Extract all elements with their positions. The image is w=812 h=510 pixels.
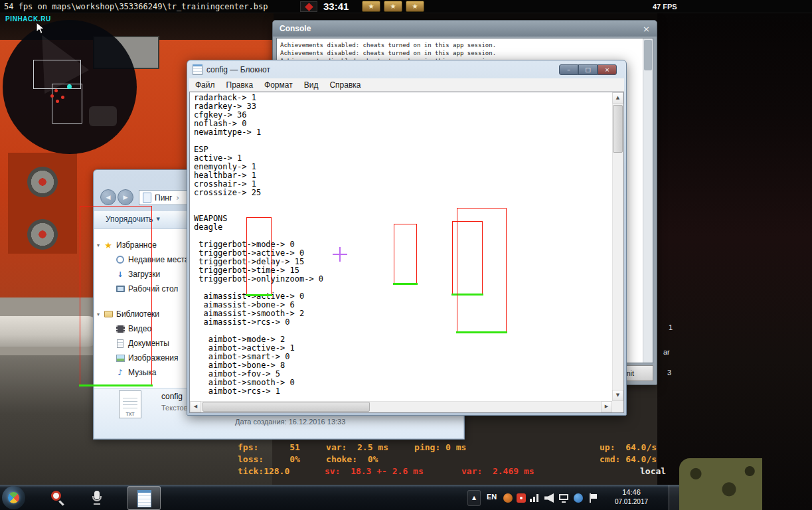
sidebar-item-label: Музыка	[128, 368, 156, 377]
file-created-date: Дата создания: 16.12.2016 13:33	[235, 418, 345, 426]
vertical-scrollbar[interactable]: ▲ ▼	[612, 92, 623, 401]
window-controls: – □ ×	[559, 64, 617, 75]
sidebar-item-label: Библиотеки	[116, 309, 159, 319]
console-scrollbar-thumb[interactable]	[644, 40, 652, 70]
favorites-star-icon: ★	[104, 240, 113, 250]
tray-volume-icon[interactable]	[544, 493, 554, 503]
sidebar-item-libraries[interactable]: ▾ Библиотеки	[94, 307, 189, 321]
sidebar-item-label: Документы	[128, 339, 169, 348]
tray-steam-icon[interactable]	[503, 493, 513, 503]
game-text-fragment: 1	[669, 323, 673, 331]
console-scrollbar[interactable]	[643, 39, 653, 363]
music-icon: ♪	[116, 368, 125, 377]
show-hidden-icons-button[interactable]: ▲	[467, 490, 481, 506]
sidebar-item-recent-places[interactable]: Недавние места	[94, 253, 189, 266]
notepad-menu-bar: Файл Правка Формат Вид Справка	[189, 78, 624, 92]
notepad-window: config — Блокнот – □ × Файл Правка Форма…	[187, 60, 627, 416]
menu-help[interactable]: Справка	[329, 80, 361, 90]
taskbar-clock[interactable]: 14:46 07.01.2017	[606, 488, 657, 505]
clock-date: 07.01.2017	[606, 498, 657, 505]
organize-button[interactable]: Упорядочить ▼	[106, 214, 160, 224]
libraries-icon	[104, 309, 113, 319]
recorder-icon-shape	[305, 3, 313, 11]
close-icon[interactable]: ×	[643, 24, 650, 34]
radar-player-dot	[67, 84, 72, 89]
horizontal-scrollbar[interactable]: ◀ ▶	[190, 401, 612, 412]
sidebar-item-label: Рабочий стол	[128, 284, 178, 294]
sidebar-item-documents[interactable]: Документы	[94, 337, 189, 350]
tray-blue-app-icon[interactable]	[574, 493, 583, 503]
scroll-up-icon[interactable]: ▲	[612, 92, 623, 104]
radar-enemy-dot	[56, 100, 59, 103]
documents-icon	[116, 339, 125, 348]
sidebar-item-videos[interactable]: Видео	[94, 322, 189, 335]
selected-file-name: config	[161, 392, 183, 401]
notepad-text-content: radarhack-> 1 radarkey-> 33 cfgkey-> 36 …	[190, 92, 612, 396]
menu-view[interactable]: Вид	[304, 80, 319, 90]
tray-signal-bars-icon[interactable]	[530, 493, 539, 503]
radar-terrain-blob	[89, 106, 117, 126]
sidebar-item-pictures[interactable]: Изображения	[94, 351, 189, 365]
sidebar-item-desktop[interactable]: Рабочий стол	[94, 282, 189, 296]
console-title-bar[interactable]: Console ×	[273, 21, 657, 37]
taskbar-search-app[interactable]	[49, 489, 68, 507]
menu-format[interactable]: Формат	[264, 80, 293, 90]
tray-red-app-icon[interactable]	[517, 493, 526, 503]
sidebar-item-favorites[interactable]: ▾ ★ Избранное	[94, 238, 189, 252]
game-top-bar: 54 fps on maps\workshop\353366249\tr_tra…	[0, 0, 812, 13]
taskbar: ▲ EN 14:46 07.01.2017	[0, 485, 679, 510]
start-button[interactable]	[2, 486, 25, 509]
sidebar-item-downloads[interactable]: ↓ Загрузки	[94, 268, 189, 281]
shooting-target	[27, 167, 58, 197]
microphone-base-icon	[94, 503, 100, 505]
back-button[interactable]: ◀	[100, 189, 116, 205]
horizontal-scrollbar-thumb[interactable]	[203, 402, 370, 412]
windows-logo-icon	[5, 489, 21, 505]
show-desktop-button[interactable]	[669, 485, 679, 510]
vertical-scrollbar-thumb[interactable]	[613, 105, 623, 153]
menu-edit[interactable]: Правка	[226, 80, 254, 90]
tray-network-icon[interactable]	[559, 493, 568, 503]
notepad-app-icon	[193, 64, 203, 75]
recorder-icon	[300, 1, 317, 12]
forward-button[interactable]: ▶	[118, 189, 133, 205]
tray-flag-icon[interactable]	[588, 493, 598, 503]
taskbar-notepad-button[interactable]	[127, 486, 161, 510]
rank-badge-icon: ★	[384, 1, 402, 12]
notepad-text-area[interactable]: radarhack-> 1 radarkey-> 33 cfgkey-> 36 …	[190, 92, 612, 401]
notepad-title: config — Блокнот	[206, 65, 270, 74]
chevron-down-icon: ▼	[156, 216, 159, 222]
text-file-icon-lines	[123, 395, 137, 411]
close-button[interactable]: ×	[598, 64, 617, 75]
text-file-icon-label: TXT	[120, 412, 141, 416]
notepad-icon	[137, 490, 151, 507]
scroll-right-icon[interactable]: ▶	[601, 401, 612, 412]
expander-icon[interactable]: ▾	[97, 311, 104, 317]
maximize-button[interactable]: □	[578, 64, 598, 75]
videos-icon	[116, 324, 125, 333]
radar-minimap	[3, 20, 137, 154]
shooting-target	[27, 219, 58, 250]
downloads-icon: ↓	[116, 270, 125, 279]
taskbar-microphone-app[interactable]	[89, 489, 105, 507]
fps-counter: 47 FPS	[653, 3, 677, 11]
scrollbar-corner	[612, 401, 623, 412]
menu-file[interactable]: Файл	[195, 80, 215, 90]
scroll-down-icon[interactable]: ▼	[612, 390, 623, 401]
clock-time: 14:46	[606, 488, 657, 496]
game-pipe-prop	[0, 316, 100, 347]
sidebar-item-music[interactable]: ♪ Музыка	[94, 366, 189, 379]
badge-row: ★ ★ ★	[362, 1, 424, 12]
radar-enemy-dot	[54, 89, 58, 92]
desktop-icon	[116, 284, 125, 294]
scroll-left-icon[interactable]: ◀	[190, 401, 201, 412]
language-indicator[interactable]: EN	[487, 493, 497, 501]
radar-enemy-dot	[61, 96, 64, 99]
breadcrumb[interactable]: Пинг	[155, 193, 172, 203]
minimize-button[interactable]: –	[559, 64, 578, 75]
text-file-icon: TXT	[119, 390, 141, 418]
sidebar-item-label: Недавние места	[128, 255, 189, 264]
notepad-title-bar[interactable]: config — Блокнот – □ ×	[187, 60, 626, 78]
expander-icon[interactable]: ▾	[97, 242, 104, 248]
game-text-fragment: 3	[667, 369, 671, 377]
